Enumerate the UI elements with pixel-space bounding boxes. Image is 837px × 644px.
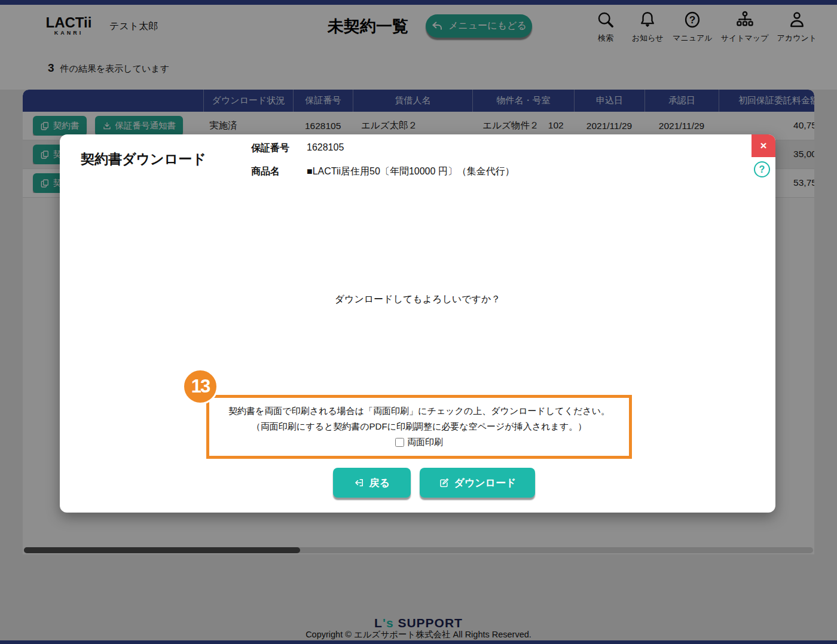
close-icon: × — [760, 139, 766, 152]
edit-square-icon — [439, 477, 450, 488]
guarantee-number-value: 1628105 — [307, 142, 344, 153]
modal-title: 契約書ダウンロード — [81, 150, 206, 168]
question-icon: ? — [759, 164, 765, 175]
duplex-print-label: 両面印刷 — [407, 437, 443, 448]
notice-line-1: 契約書を両面で印刷される場合は「両面印刷」にチェックの上、ダウンロードしてくださ… — [209, 406, 629, 417]
duplex-print-notice-box: 契約書を両面で印刷される場合は「両面印刷」にチェックの上、ダウンロードしてくださ… — [206, 395, 632, 459]
download-button[interactable]: ダウンロード — [420, 468, 535, 498]
duplex-print-option[interactable]: 両面印刷 — [209, 437, 629, 448]
step-badge: 13 — [182, 369, 218, 404]
guarantee-number-label: 保証番号 — [251, 142, 289, 155]
back-button-label: 戻る — [369, 476, 390, 490]
modal-help-button[interactable]: ? — [754, 161, 770, 177]
modal-close-button[interactable]: × — [752, 134, 775, 157]
exit-icon — [354, 477, 365, 488]
notice-line-2: （両面印刷にすると契約書のPDFに印刷調整に必要な空ページが挿入されます。） — [209, 421, 629, 433]
download-button-label: ダウンロード — [454, 476, 517, 490]
product-name-label: 商品名 — [251, 165, 280, 178]
product-name-value: ■LACTii居住用50〔年間10000 円〕（集金代行） — [307, 165, 515, 178]
back-button[interactable]: 戻る — [333, 468, 411, 498]
contract-download-dialog: × ? 契約書ダウンロード 保証番号 1628105 商品名 ■LACTii居住… — [60, 134, 775, 513]
confirm-question-text: ダウンロードしてもよろしいですか？ — [60, 293, 775, 306]
duplex-print-checkbox[interactable] — [395, 438, 404, 447]
